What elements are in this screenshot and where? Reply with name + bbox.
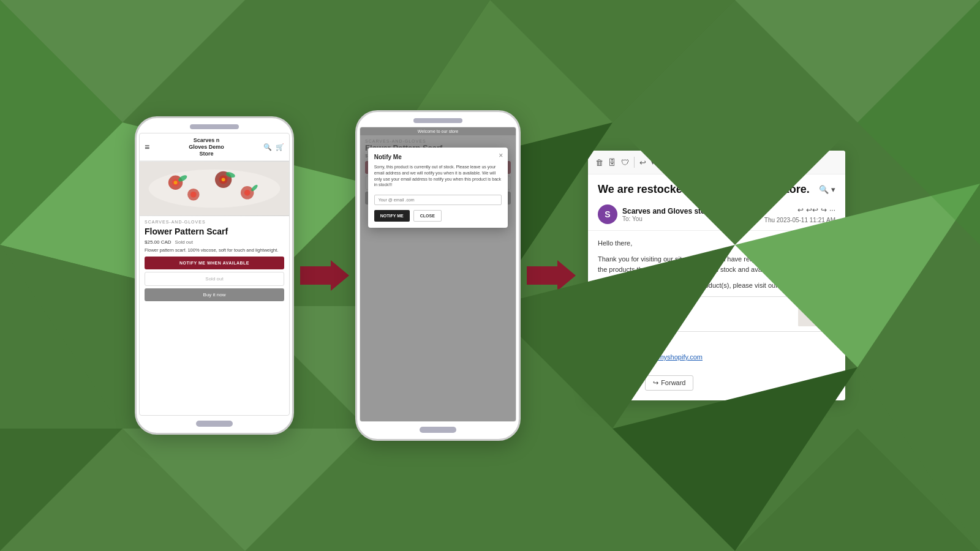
phone1-content: SCARVES-AND-GLOVES Flower Pattern Scarf … bbox=[140, 216, 289, 415]
modal-title: Notify Me bbox=[374, 154, 502, 160]
phone1-price-row: $25.00 CAD Sold out bbox=[145, 239, 284, 245]
search-icon[interactable]: 🔍 bbox=[263, 143, 272, 151]
cart-icon[interactable]: 🛒 bbox=[276, 143, 284, 151]
svg-point-24 bbox=[149, 170, 281, 208]
phone1-home-button[interactable] bbox=[196, 421, 233, 427]
phone1-sold-out: Sold out bbox=[175, 239, 193, 245]
svg-marker-15 bbox=[368, 429, 612, 551]
modal-close-btn[interactable]: CLOSE bbox=[413, 210, 442, 222]
phone1-sold-out-btn: Sold out bbox=[145, 272, 284, 286]
svg-point-34 bbox=[244, 190, 251, 196]
phone1-buy-btn[interactable]: Buy it now bbox=[145, 288, 284, 301]
phone1-product-image bbox=[140, 161, 289, 216]
phone1-description: Flower pattern scarf. 100% viscose, soft… bbox=[145, 247, 284, 254]
modal-buttons: NOTIFY ME CLOSE bbox=[374, 210, 502, 222]
phone1-brand: SCARVES-AND-GLOVES bbox=[145, 220, 284, 224]
phone1-product-name: Flower Pattern Scarf bbox=[145, 227, 284, 237]
phone1-store-name: Scarves n Gloves Demo Store bbox=[149, 137, 263, 157]
phone2-screen-content: SCARVES-AND-GLOVES Flower Pattern Scarf … bbox=[360, 135, 516, 421]
svg-point-29 bbox=[190, 192, 197, 198]
modal-close-x-btn[interactable]: × bbox=[499, 151, 503, 160]
svg-point-32 bbox=[222, 178, 225, 182]
modal-text: Sorry, this product is currently out of … bbox=[374, 164, 502, 188]
phone1-screen: ≡ Scarves n Gloves Demo Store 🔍 🛒 bbox=[139, 133, 290, 416]
phone1: ≡ Scarves n Gloves Demo Store 🔍 🛒 bbox=[135, 116, 294, 435]
svg-marker-11 bbox=[490, 245, 735, 429]
phone1-notify-btn[interactable]: NOTIFY ME WHEN AVAILABLE bbox=[145, 257, 284, 269]
notify-modal: × Notify Me Sorry, this product is curre… bbox=[368, 148, 508, 228]
phone1-notch bbox=[190, 124, 239, 129]
phone1-header: ≡ Scarves n Gloves Demo Store 🔍 🛒 bbox=[140, 133, 289, 161]
phone2-notch bbox=[413, 118, 462, 123]
phone2-home-button[interactable] bbox=[420, 427, 456, 433]
modal-email-input[interactable] bbox=[374, 195, 502, 205]
svg-point-27 bbox=[174, 181, 178, 185]
phone1-price: $25.00 CAD bbox=[145, 239, 172, 245]
phone2: Welcome to our store SCARVES-AND-GLOVES … bbox=[355, 110, 521, 441]
modal-overlay: × Notify Me Sorry, this product is curre… bbox=[360, 135, 516, 421]
modal-notify-btn[interactable]: NOTIFY ME bbox=[374, 210, 410, 222]
hamburger-icon[interactable]: ≡ bbox=[145, 142, 149, 152]
phone2-welcome-bar: Welcome to our store bbox=[360, 127, 516, 135]
phone2-screen: Welcome to our store SCARVES-AND-GLOVES … bbox=[360, 127, 516, 422]
